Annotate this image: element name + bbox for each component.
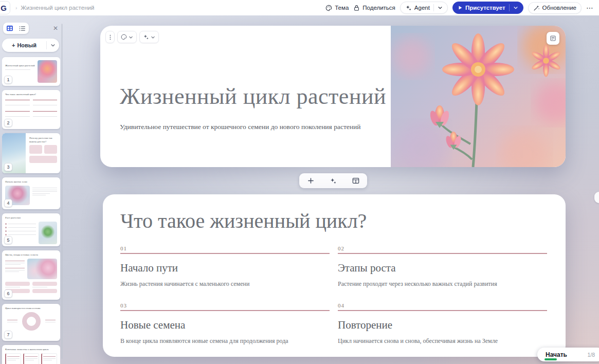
- chevron-down-icon: [151, 35, 155, 40]
- card-menu-button[interactable]: [105, 31, 115, 43]
- slide-thumbnail-2[interactable]: Что такое жизненный цикл? 2: [2, 90, 60, 129]
- numbered-item[interactable]: 03 Новые семена В конце цикла появляются…: [120, 302, 330, 345]
- item-body: Цикл начинается снова и снова, обеспечив…: [338, 337, 547, 345]
- app-logo[interactable]: G: [0, 1, 10, 14]
- share-button[interactable]: Поделиться: [353, 5, 395, 11]
- new-slide-label: Новый: [17, 42, 37, 48]
- slide-number-badge: 6: [4, 289, 12, 298]
- present-label: Присутствует: [465, 5, 505, 11]
- slide-thumbnail-8[interactable]: Ключевые моменты о жизненном цикле 8: [2, 345, 60, 364]
- theme-label: Тема: [335, 5, 349, 11]
- new-slide-button[interactable]: +Новый: [2, 39, 59, 52]
- breadcrumb[interactable]: Жизненный цикл растений: [21, 5, 94, 11]
- item-heading: Начало пути: [120, 262, 330, 275]
- donut-chart: [22, 312, 41, 331]
- slide-thumbnail-4[interactable]: Начало жизни: семя 4: [2, 177, 60, 209]
- editor-canvas: ✕ +Новый Жизненный цикл растений 1 Что т…: [0, 15, 599, 364]
- card-notes-button[interactable]: [547, 32, 559, 45]
- slide-thumbnail-5[interactable]: Рост растения 5: [2, 213, 60, 246]
- palette-icon: [325, 5, 332, 11]
- thumb-image: [38, 60, 57, 83]
- item-body: В конце цикла появляются новые семена дл…: [120, 337, 330, 345]
- slide-thumbnail-3[interactable]: Почему растения так важны для нас? 3: [2, 133, 60, 173]
- agent-label: Agent: [414, 5, 430, 11]
- slide-card-1[interactable]: Жизненный цикл растений Удивительное пут…: [100, 26, 566, 167]
- item-underline: [338, 310, 547, 311]
- thumb-title: Что такое жизненный цикл?: [5, 93, 57, 97]
- new-slide-dropdown[interactable]: [47, 43, 59, 48]
- agent-button[interactable]: Agent: [400, 2, 448, 14]
- chevron-down-icon: [50, 43, 56, 48]
- slide2-items-grid: 01 Начало пути Жизнь растения начинается…: [120, 245, 547, 345]
- plus-icon: [307, 177, 314, 184]
- topbar-actions: Тема Поделиться Agent Присутствует Обнов…: [325, 2, 594, 14]
- sidebar-controls: ✕: [2, 23, 60, 34]
- numbered-item[interactable]: 02 Этапы роста Растение проходит через н…: [338, 245, 547, 288]
- numbered-item[interactable]: 04 Повторение Цикл начинается снова и сн…: [338, 302, 547, 345]
- numbered-item[interactable]: 01 Начало пути Жизнь растения начинается…: [120, 245, 330, 288]
- item-body: Растение проходит через несколько важных…: [338, 280, 547, 288]
- item-number: 01: [120, 245, 330, 251]
- chevron-down-icon[interactable]: [513, 5, 518, 10]
- slide-thumbnail-7[interactable]: Цикл повторяется снова и снова 7: [2, 304, 60, 341]
- start-label: Начать: [546, 351, 567, 358]
- card-theme-button[interactable]: [117, 31, 137, 43]
- thumb-title: Жизненный цикл растений: [5, 64, 35, 68]
- divider: [509, 4, 510, 11]
- item-number: 03: [120, 302, 330, 308]
- palette-icon: [121, 34, 127, 40]
- item-heading: Повторение: [338, 319, 547, 332]
- item-number: 04: [338, 302, 547, 308]
- card-ai-button[interactable]: [139, 31, 159, 43]
- slide-number-badge: 3: [4, 163, 12, 171]
- update-button[interactable]: Обновление: [528, 2, 582, 14]
- start-presentation-button[interactable]: Начать 1/8: [537, 348, 599, 361]
- item-number: 02: [338, 245, 547, 251]
- slide1-subtitle[interactable]: Удивительное путешествие от крошечного с…: [120, 123, 391, 131]
- sparkles-icon: [330, 177, 337, 185]
- add-card-button[interactable]: [304, 175, 317, 187]
- slide-thumbnail-6[interactable]: Цветы, плоды и новые семена 6: [2, 250, 60, 300]
- more-options-button[interactable]: ⋯: [586, 4, 594, 12]
- play-icon: [458, 5, 463, 10]
- item-heading: Этапы роста: [338, 262, 547, 275]
- top-bar: G › Жизненный цикл растений Тема Поделит…: [0, 0, 599, 15]
- breadcrumb-chevron-icon: ›: [15, 5, 17, 11]
- magic-wand-icon: [533, 5, 540, 11]
- layout-icon: [352, 177, 359, 184]
- item-underline: [120, 253, 330, 254]
- filmstrip-view-button[interactable]: [5, 24, 14, 32]
- plus-icon: +: [12, 42, 15, 48]
- slide-number-badge: 4: [4, 199, 12, 207]
- chevron-down-icon: [129, 35, 133, 40]
- thumb-title: Почему растения так важны для нас?: [29, 137, 57, 143]
- thumb-image: [27, 259, 57, 279]
- slide1-flower-image[interactable]: [391, 26, 566, 167]
- slide-thumbnail-1[interactable]: Жизненный цикл растений 1: [2, 57, 60, 86]
- thumb-title: Цветы, плоды и новые семена: [5, 253, 57, 257]
- share-label: Поделиться: [362, 5, 395, 11]
- slide-number-badge: 7: [4, 331, 12, 339]
- update-label: Обновление: [542, 5, 576, 11]
- insert-toolbar: [299, 173, 367, 188]
- list-view-button[interactable]: [17, 24, 27, 32]
- slide2-title[interactable]: Что такое жизненный цикл?: [120, 209, 547, 233]
- present-button[interactable]: Присутствует: [452, 2, 523, 14]
- item-underline: [338, 253, 547, 254]
- theme-button[interactable]: Тема: [325, 5, 349, 11]
- chevron-down-icon[interactable]: [438, 5, 443, 10]
- card-toolbar: [105, 31, 159, 43]
- layout-template-button[interactable]: [349, 175, 362, 187]
- document-icon: [550, 35, 556, 42]
- slide1-text-area: Жизненный цикл растений Удивительное пут…: [100, 26, 391, 167]
- close-sidebar-button[interactable]: ✕: [53, 25, 58, 32]
- sidebar-scrollbar[interactable]: [61, 24, 63, 359]
- ai-generate-button[interactable]: [326, 175, 340, 187]
- item-body: Жизнь растения начинается с маленького с…: [120, 280, 330, 288]
- divider: [433, 4, 434, 11]
- collapsed-panel-handle[interactable]: [594, 192, 599, 203]
- slide1-title[interactable]: Жизненный цикл растений: [120, 83, 391, 110]
- filmstrip-icon: [6, 25, 13, 31]
- slide-card-2[interactable]: Что такое жизненный цикл? 01 Начало пути…: [103, 194, 566, 357]
- view-toggle: [3, 23, 29, 34]
